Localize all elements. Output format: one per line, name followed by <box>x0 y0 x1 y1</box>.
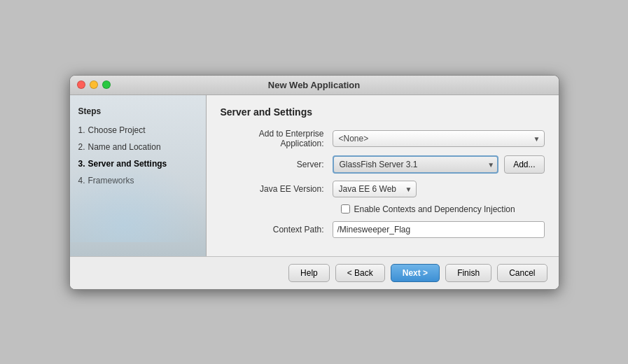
javaee-dropdown-wrapper: Java EE 6 Web ▼ <box>333 181 417 197</box>
javaee-row: Java EE Version: Java EE 6 Web ▼ <box>221 181 545 197</box>
maximize-button[interactable] <box>102 80 111 89</box>
panel-title: Server and Settings <box>221 106 545 118</box>
step-3-num: 3. <box>78 159 85 169</box>
enterprise-dropdown-wrapper: <None> ▼ <box>333 130 545 147</box>
finish-button[interactable]: Finish <box>445 264 491 282</box>
step-4-num: 4. <box>78 176 85 186</box>
window-controls <box>77 80 111 89</box>
enterprise-select[interactable]: <None> <box>333 130 545 147</box>
server-dropdown-wrapper: GlassFish Server 3.1 ▼ <box>333 155 499 174</box>
javaee-label: Java EE Version: <box>221 184 333 194</box>
window-title: New Web Application <box>268 80 360 90</box>
context-label: Context Path: <box>221 225 333 234</box>
server-inner-row: GlassFish Server 3.1 ▼ Add... <box>333 155 545 174</box>
footer: Help < Back Next > Finish Cancel <box>70 256 559 289</box>
main-window: New Web Application Steps 1.Choose Proje… <box>69 75 559 290</box>
main-panel: Server and Settings Add to Enterprise Ap… <box>207 95 559 256</box>
context-path-input[interactable] <box>333 221 545 238</box>
steps-heading: Steps <box>78 106 197 116</box>
step-1-num: 1. <box>78 125 85 135</box>
step-2-label: Name and Location <box>88 142 161 152</box>
step-3-label: Server and Settings <box>88 159 167 169</box>
context-control <box>333 221 545 238</box>
enterprise-control: <None> ▼ <box>333 130 545 147</box>
next-button[interactable]: Next > <box>391 264 440 282</box>
cdi-row: Enable Contexts and Dependency Injection <box>221 204 545 214</box>
server-select[interactable]: GlassFish Server 3.1 <box>333 155 499 174</box>
back-button[interactable]: < Back <box>335 264 385 282</box>
sidebar: Steps 1.Choose Project 2.Name and Locati… <box>70 95 207 256</box>
help-button[interactable]: Help <box>288 264 330 282</box>
content-area: Steps 1.Choose Project 2.Name and Locati… <box>70 95 559 256</box>
server-label: Server: <box>221 160 333 169</box>
close-button[interactable] <box>77 80 85 89</box>
titlebar: New Web Application <box>70 76 559 95</box>
minimize-button[interactable] <box>90 80 98 89</box>
context-row: Context Path: <box>221 221 545 238</box>
step-1-label: Choose Project <box>88 125 146 135</box>
step-2: 2.Name and Location <box>78 139 197 155</box>
add-server-button[interactable]: Add... <box>504 155 544 174</box>
step-1: 1.Choose Project <box>78 122 197 139</box>
cdi-checkbox[interactable] <box>341 204 350 214</box>
step-4-label: Frameworks <box>88 176 134 186</box>
step-4: 4.Frameworks <box>78 172 197 189</box>
step-3: 3.Server and Settings <box>78 155 197 172</box>
cdi-label: Enable Contexts and Dependency Injection <box>354 204 515 214</box>
server-row: Server: GlassFish Server 3.1 ▼ Add... <box>221 155 545 174</box>
javaee-control: Java EE 6 Web ▼ <box>333 181 545 197</box>
cancel-button[interactable]: Cancel <box>497 264 547 282</box>
server-control: GlassFish Server 3.1 ▼ Add... <box>333 155 545 174</box>
steps-list: 1.Choose Project 2.Name and Location 3.S… <box>78 122 197 189</box>
javaee-select[interactable]: Java EE 6 Web <box>333 181 417 197</box>
step-2-num: 2. <box>78 142 85 152</box>
enterprise-label: Add to Enterprise Application: <box>221 129 333 148</box>
enterprise-row: Add to Enterprise Application: <None> ▼ <box>221 129 545 148</box>
